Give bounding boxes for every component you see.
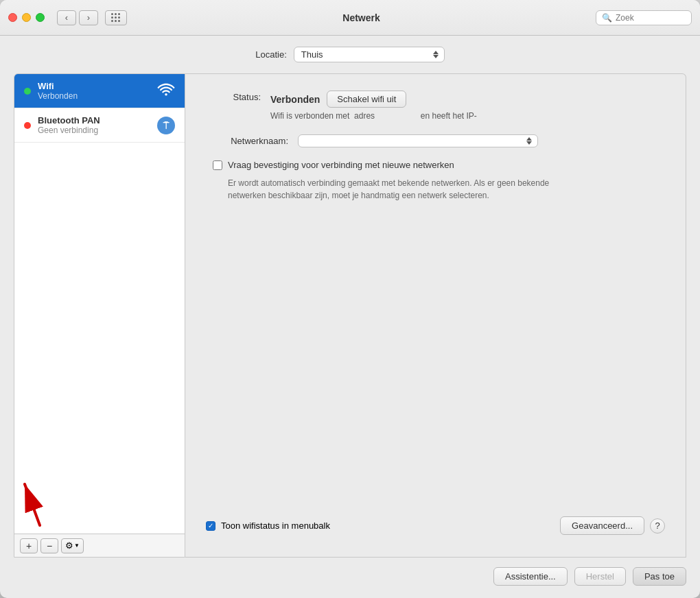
network-select-arrows	[526, 137, 532, 145]
close-button[interactable]	[8, 13, 17, 22]
minimize-button[interactable]	[22, 13, 31, 22]
assistentie-button[interactable]: Assistentie...	[493, 567, 568, 586]
show-wifi-row: ✓ Toon wifistatus in menubalk	[206, 521, 330, 531]
back-button[interactable]: ‹	[57, 10, 76, 25]
status-desc-line1: Wifi is verbonden met	[270, 111, 349, 121]
wifi-icon	[157, 82, 175, 99]
location-select[interactable]: Thuis	[294, 47, 445, 62]
network-name-row: Netwerknaam:	[206, 134, 665, 147]
network-arrow-down-icon	[526, 141, 532, 145]
gear-icon: ⚙	[65, 540, 73, 551]
status-value-row: Verbonden Schakel wifi uit	[270, 91, 665, 108]
status-description: Wifi is verbonden met adres en heeft het…	[270, 110, 665, 122]
bluetooth-indicator-red	[24, 122, 31, 129]
pas-toe-button[interactable]: Pas toe	[633, 567, 686, 586]
location-label: Locatie:	[255, 49, 287, 60]
footer: Assistentie... Herstel Pas toe	[0, 558, 700, 598]
gear-dropdown-arrow: ▼	[74, 542, 80, 549]
show-wifi-label: Toon wifistatus in menubalk	[221, 521, 330, 531]
status-connected-text: Verbonden	[270, 94, 320, 105]
search-input[interactable]	[616, 13, 684, 23]
arrow-down-icon	[433, 55, 439, 58]
grid-button[interactable]	[105, 10, 127, 25]
maximize-button[interactable]	[36, 13, 45, 22]
sidebar-toolbar: + − ⚙ ▼	[14, 534, 185, 557]
grid-icon	[111, 13, 121, 23]
bluetooth-icon: ⍑	[157, 117, 175, 134]
bluetooth-name: Bluetooth PAN	[38, 115, 157, 125]
traffic-lights	[8, 13, 45, 22]
wifi-item-text: Wifi Verbonden	[38, 81, 152, 101]
status-row: Status: Verbonden Schakel wifi uit Wifi …	[206, 91, 665, 122]
location-select-arrows	[433, 51, 439, 58]
right-panel-bottom: ✓ Toon wifistatus in menubalk Geavanceer…	[206, 516, 665, 540]
search-icon: 🔍	[602, 13, 612, 23]
add-network-button[interactable]: +	[20, 538, 38, 553]
confirmation-checkbox[interactable]	[213, 160, 222, 170]
svg-line-1	[25, 484, 40, 525]
status-content: Verbonden Schakel wifi uit Wifi is verbo…	[270, 91, 665, 122]
sidebar-items: Wifi Verbonden	[14, 74, 185, 534]
titlebar: ‹ › Netwerk 🔍	[0, 0, 700, 36]
status-desc-right: en heeft het IP-	[421, 111, 477, 121]
toggle-wifi-button[interactable]: Schakel wifi uit	[327, 91, 406, 108]
arrow-annotation	[19, 474, 57, 531]
network-arrow-up-icon	[526, 137, 532, 141]
advanced-button[interactable]: Geavanceerd...	[560, 516, 644, 535]
location-row: Locatie: Thuis	[14, 47, 686, 62]
search-box[interactable]: 🔍	[596, 10, 692, 25]
help-button[interactable]: ?	[650, 518, 665, 534]
wifi-indicator-green	[24, 88, 31, 95]
confirmation-checkbox-label: Vraag bevestiging voor verbinding met ni…	[228, 160, 454, 170]
content-area: Locatie: Thuis	[0, 36, 700, 558]
location-value: Thuis	[301, 49, 323, 60]
nav-buttons: ‹ ›	[57, 10, 98, 25]
window-title: Netwerk	[134, 12, 589, 23]
right-panel: Status: Verbonden Schakel wifi uit Wifi …	[185, 73, 686, 558]
arrow-up-icon	[433, 51, 439, 54]
checkbox-description: Er wordt automatisch verbinding gemaakt …	[228, 177, 557, 202]
remove-network-button[interactable]: −	[40, 538, 58, 553]
sidebar-item-wifi[interactable]: Wifi Verbonden	[14, 74, 185, 108]
network-name-select[interactable]	[298, 134, 538, 147]
wifi-name: Wifi	[38, 81, 152, 91]
status-label: Status:	[206, 91, 261, 102]
bluetooth-item-text: Bluetooth PAN Geen verbinding	[38, 115, 157, 135]
advanced-help-row: Geavanceerd... ?	[560, 516, 665, 535]
herstel-button[interactable]: Herstel	[574, 567, 626, 586]
red-arrow-icon	[19, 474, 57, 529]
show-wifi-checkbox[interactable]: ✓	[206, 521, 215, 531]
network-name-label: Netwerknaam:	[206, 136, 288, 146]
confirmation-checkbox-row: Vraag bevestiging voor verbinding met ni…	[213, 160, 665, 170]
main-panel: Wifi Verbonden	[14, 73, 686, 558]
status-desc-line2: adres	[354, 111, 375, 121]
gear-menu-button[interactable]: ⚙ ▼	[61, 538, 84, 553]
wifi-status: Verbonden	[38, 91, 152, 101]
sidebar-item-bluetooth[interactable]: Bluetooth PAN Geen verbinding ⍑	[14, 108, 185, 143]
bluetooth-status: Geen verbinding	[38, 125, 157, 135]
forward-button[interactable]: ›	[79, 10, 98, 25]
